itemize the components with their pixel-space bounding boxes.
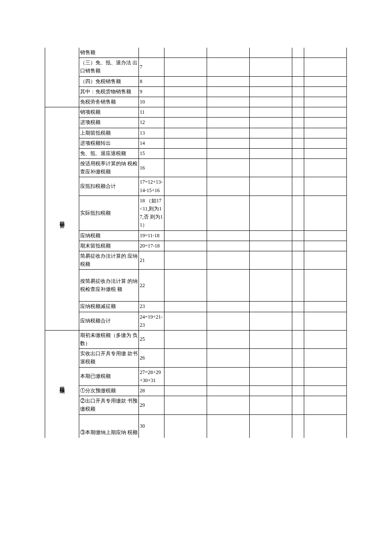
cell <box>164 107 207 118</box>
row-num: 13 <box>139 128 164 138</box>
cell <box>164 118 207 128</box>
cell <box>304 251 347 269</box>
cell <box>250 396 292 414</box>
row-num: 30 <box>139 414 164 438</box>
cell <box>292 230 304 241</box>
cell <box>207 159 250 177</box>
section-label-calc: 税款计算 <box>45 107 79 331</box>
cell <box>292 251 304 269</box>
row-desc: 应纳税额 <box>79 230 139 241</box>
cell <box>207 270 250 302</box>
cell <box>304 177 347 196</box>
cell <box>207 196 250 230</box>
row-num: 21 <box>139 251 164 269</box>
row-desc: （四）免税销售额 <box>79 76 139 86</box>
cell <box>292 312 304 330</box>
cell <box>207 97 250 107</box>
row-num: 16 <box>139 159 164 177</box>
cell <box>164 48 207 58</box>
cell <box>207 241 250 251</box>
document-page: 销售额 （三）免、抵、退办法 出口销售额 7 （四）免税销售额 8 其中：免税货… <box>0 0 392 555</box>
row-num: 8 <box>139 76 164 86</box>
cell <box>292 97 304 107</box>
cell <box>292 330 304 348</box>
cell <box>250 138 292 148</box>
row-desc: ③本期缴纳上期应纳 税额 <box>79 414 139 438</box>
cell <box>250 48 292 58</box>
cell <box>250 177 292 196</box>
cell <box>292 159 304 177</box>
cell <box>164 76 207 86</box>
cell <box>207 128 250 138</box>
row-num: 23 <box>139 302 164 312</box>
cell <box>250 86 292 97</box>
cell <box>304 349 347 367</box>
row-desc: 期初未缴税额（多缴为 负数） <box>79 330 139 348</box>
row-desc: 本期已缴税额 <box>79 367 139 385</box>
cell <box>250 58 292 76</box>
cell <box>304 330 347 348</box>
cell <box>207 118 250 128</box>
cell <box>304 159 347 177</box>
cell <box>250 251 292 269</box>
cell <box>250 107 292 118</box>
row-desc: 按适用税率计算的纳 税检查应补缴税额 <box>79 159 139 177</box>
cell <box>250 270 292 302</box>
row-desc: ①分次预缴税额 <box>79 386 139 396</box>
cell <box>164 302 207 312</box>
cell <box>304 107 347 118</box>
row-num: 25 <box>139 330 164 348</box>
cell <box>292 270 304 302</box>
cell <box>207 414 250 438</box>
cell <box>164 58 207 76</box>
row-num: 7 <box>139 58 164 76</box>
cell <box>164 177 207 196</box>
row-num: 15 <box>139 148 164 158</box>
cell <box>304 118 347 128</box>
cell <box>250 330 292 348</box>
row-num: 17=12+13-14-15+16 <box>139 177 164 196</box>
cell <box>207 386 250 396</box>
row-desc: 期末留抵税额 <box>79 241 139 251</box>
cell <box>304 367 347 385</box>
cell <box>292 118 304 128</box>
cell <box>304 230 347 241</box>
row-num: 18 （如17<11,则为17,否 则为11） <box>139 196 164 230</box>
row-num: 24=19+21-23 <box>139 312 164 330</box>
cell <box>250 128 292 138</box>
row-num: 28 <box>139 386 164 396</box>
cell <box>164 86 207 97</box>
row-desc: 实收出口开具专用缴 款书退税额 <box>79 349 139 367</box>
row-desc: 应纳税额合计 <box>79 312 139 330</box>
cell <box>207 349 250 367</box>
cell <box>250 148 292 158</box>
cell <box>207 148 250 158</box>
row-desc: 进项税额 <box>79 118 139 128</box>
cell <box>292 58 304 76</box>
cell <box>164 148 207 158</box>
row-num: 10 <box>139 97 164 107</box>
cell <box>304 270 347 302</box>
cell <box>292 241 304 251</box>
cell <box>304 128 347 138</box>
row-num: 29 <box>139 396 164 414</box>
cell <box>250 230 292 241</box>
cell <box>292 367 304 385</box>
cell <box>207 396 250 414</box>
cell <box>304 148 347 158</box>
row-desc: 销售额 <box>79 48 139 58</box>
cell <box>304 414 347 438</box>
cell <box>164 128 207 138</box>
cell <box>164 97 207 107</box>
cell <box>207 251 250 269</box>
row-desc: （三）免、抵、退办法 出口销售额 <box>79 58 139 76</box>
cell <box>164 159 207 177</box>
cell <box>292 177 304 196</box>
cell <box>304 48 347 58</box>
cell <box>292 349 304 367</box>
cell <box>292 86 304 97</box>
row-desc: 简易征收办法计算的 应纳税额 <box>79 251 139 269</box>
row-desc: 免、抵、退应退税额 <box>79 148 139 158</box>
cell <box>164 349 207 367</box>
cell <box>164 138 207 148</box>
